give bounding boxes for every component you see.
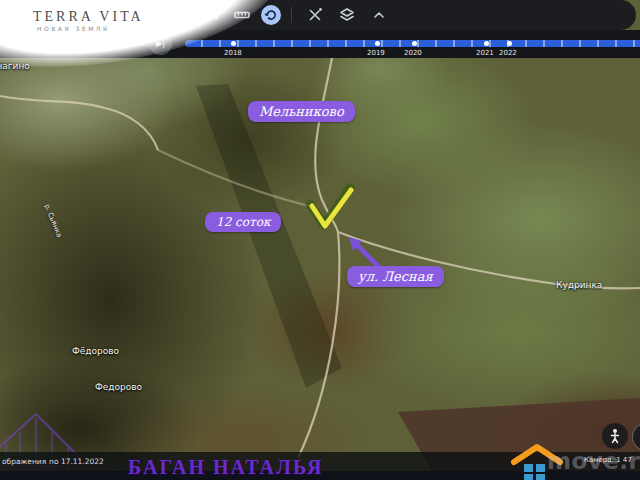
yellow-check-mark [310, 188, 351, 226]
pegman-button[interactable] [602, 423, 628, 449]
badge-12-sotok: 12 соток [205, 212, 281, 232]
year-dot-2020[interactable] [412, 41, 417, 46]
collapse-icon[interactable] [366, 3, 392, 27]
camera-status: Камера: 1 47 [584, 456, 632, 464]
year-dot-2021[interactable] [484, 41, 489, 46]
year-label[interactable]: 2022 [499, 49, 517, 57]
app-window: Мельниково 12 соток ул. Лесная чагино Фё… [0, 0, 640, 480]
brand-title: TERRA VITA [33, 9, 144, 25]
agent-watermark: БАГАН НАТАЛЬЯ [128, 456, 323, 479]
year-label[interactable]: 2021 [476, 49, 494, 57]
year-label[interactable]: 2019 [367, 49, 385, 57]
place-label-fyodorovo: Фёдорово [72, 346, 119, 356]
brand-subtitle: НОВАЯ ЗЕМЛЯ [37, 25, 110, 32]
pegman-icon [608, 428, 622, 444]
moveru-window [536, 474, 545, 480]
badge-melnikovo: Мельниково [248, 101, 355, 122]
year-label[interactable]: 2020 [404, 49, 422, 57]
badge-ul-lesnaya: ул. Лесная [347, 266, 444, 287]
year-dot-2019[interactable] [375, 41, 380, 46]
layers-icon[interactable] [334, 3, 360, 27]
moveru-window [536, 464, 545, 472]
toolbar-divider [291, 7, 292, 23]
year-dot-2018[interactable] [231, 41, 236, 46]
map-overlay [0, 0, 640, 480]
year-dot-2022[interactable] [507, 41, 512, 46]
shadow-band [196, 84, 342, 388]
place-label-kudrinka: Кудринка [556, 280, 602, 290]
imagery-credit: ображения [2, 457, 46, 466]
moveru-window [524, 464, 533, 472]
place-label-fedorovo: Федорово [95, 382, 142, 392]
moveru-window [524, 474, 533, 480]
imagery-date: по 17.11.2022 [49, 457, 104, 466]
history-globe-icon[interactable] [261, 5, 281, 25]
engineering-icon[interactable] [302, 3, 328, 27]
year-label[interactable]: 2018 [224, 49, 242, 57]
